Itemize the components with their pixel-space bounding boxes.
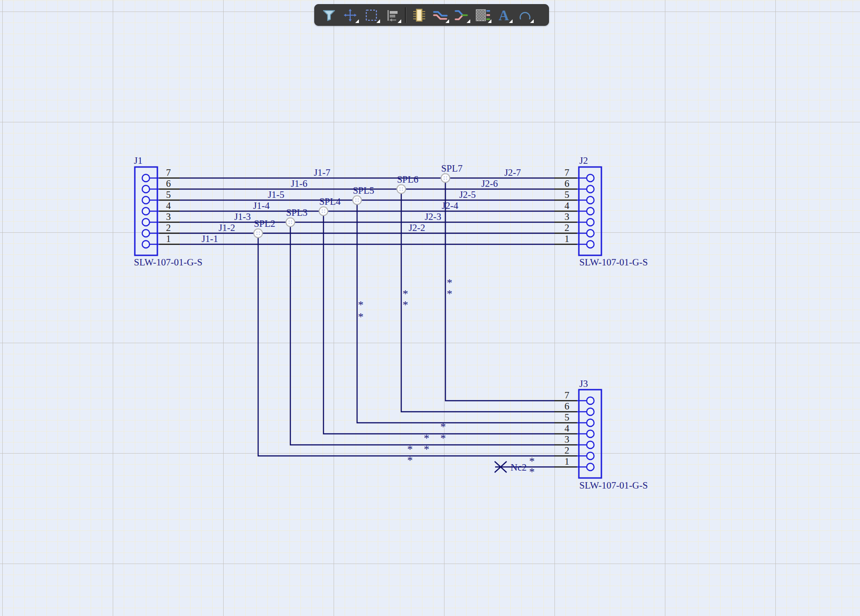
pin[interactable] (142, 219, 150, 226)
marquee-select-tool-button[interactable] (361, 6, 381, 24)
filter-tool-button[interactable] (318, 6, 339, 24)
wire-label[interactable]: J2-7 (504, 167, 521, 178)
app-window: J1 SLW-107-01-G-S 7 6 5 4 3 2 1 J2 SLW-1 (0, 0, 860, 616)
svg-text:4: 4 (565, 423, 570, 434)
pin[interactable] (587, 207, 594, 215)
arc-tool-button[interactable] (514, 6, 535, 24)
arc-icon (518, 8, 532, 23)
wire-label[interactable]: J1-1 (202, 233, 218, 244)
pin[interactable] (587, 452, 594, 460)
pin[interactable] (587, 230, 594, 237)
splice-spl6[interactable] (397, 185, 406, 194)
floating-toolbar: A (314, 4, 549, 26)
splice-label[interactable]: SPL7 (441, 163, 463, 174)
schematic-drawing: J1 SLW-107-01-G-S 7 6 5 4 3 2 1 J2 SLW-1 (0, 0, 860, 616)
pin[interactable] (587, 219, 594, 226)
pin[interactable] (587, 463, 594, 471)
splice-label[interactable]: SPL4 (319, 196, 341, 207)
pin[interactable] (142, 241, 150, 248)
connector-ref[interactable]: J2 (579, 155, 588, 166)
svg-text:3: 3 (565, 211, 570, 222)
svg-text:*: * (403, 288, 408, 299)
splice-spl4[interactable] (319, 207, 328, 216)
pin[interactable] (142, 185, 150, 193)
svg-text:5: 5 (565, 189, 570, 200)
move-tool-button[interactable] (340, 6, 360, 24)
svg-text:7: 7 (565, 390, 570, 401)
svg-text:*: * (529, 466, 535, 478)
svg-text:*: * (447, 276, 452, 288)
connector-part-number[interactable]: SLW-107-01-G-S (579, 480, 648, 491)
svg-text:6: 6 (565, 178, 570, 189)
splice-spl3[interactable] (286, 218, 295, 227)
pin[interactable] (587, 408, 594, 415)
wire-label[interactable]: J1-3 (234, 211, 251, 222)
pin-numbers: 7 6 5 4 3 2 1 (166, 167, 171, 244)
pin[interactable] (587, 441, 594, 449)
pin[interactable] (587, 430, 594, 438)
move-cross-icon (343, 8, 357, 22)
connector-part-number[interactable]: SLW-107-01-G-S (579, 257, 648, 268)
svg-text:6: 6 (166, 178, 171, 189)
svg-text:*: * (447, 288, 452, 299)
pin[interactable] (142, 207, 150, 215)
svg-text:*: * (440, 432, 446, 444)
chip-icon (412, 8, 427, 23)
svg-text:4: 4 (565, 200, 570, 211)
splice-spl5[interactable] (353, 196, 362, 205)
svg-text:*: * (424, 432, 429, 444)
pin[interactable] (587, 419, 594, 426)
svg-text:2: 2 (565, 445, 570, 456)
wire-label[interactable]: J2-2 (409, 222, 425, 233)
pin-numbers: 7 6 5 4 3 2 1 (565, 167, 570, 244)
no-connect-wire[interactable] (495, 461, 590, 472)
connector-part-number[interactable]: SLW-107-01-G-S (134, 257, 202, 268)
text-tool-button[interactable]: A (493, 6, 514, 24)
wire-label[interactable]: J1-5 (268, 189, 284, 200)
svg-text:*: * (403, 299, 408, 311)
wire-label[interactable]: J1-6 (291, 178, 307, 189)
svg-text:2: 2 (166, 222, 171, 233)
wire-label[interactable]: J2-5 (459, 189, 476, 200)
splice-spl7[interactable] (441, 174, 450, 183)
svg-text:1: 1 (166, 233, 171, 244)
pin[interactable] (587, 185, 594, 193)
wire-crossover-tool-button[interactable] (430, 6, 450, 24)
connector-ref[interactable]: J3 (579, 378, 588, 389)
splice-spl2[interactable] (254, 229, 263, 238)
wire-label[interactable]: J1-7 (314, 167, 330, 178)
hidden-attr-markers: * * * * * * * * * * * * * * (358, 276, 535, 478)
svg-text:A: A (498, 8, 509, 23)
svg-text:*: * (440, 420, 446, 432)
crossover-wires-icon (433, 8, 448, 23)
wire-label[interactable]: J2-6 (481, 178, 498, 189)
component-tool-button[interactable] (409, 6, 429, 24)
pin[interactable] (587, 397, 594, 404)
pin[interactable] (587, 241, 594, 248)
align-tool-button[interactable] (382, 6, 403, 24)
wire-label[interactable]: J2-3 (425, 211, 441, 222)
wire-label[interactable]: J2-4 (442, 200, 459, 211)
splice-label[interactable]: SPL2 (254, 218, 276, 229)
splice-label[interactable]: SPL6 (397, 174, 419, 185)
wire-label[interactable]: J1-4 (253, 200, 270, 211)
pin[interactable] (587, 174, 594, 182)
pin[interactable] (142, 196, 150, 204)
hatch-region-tool-button[interactable] (472, 6, 493, 24)
connector-j3[interactable]: J3 SLW-107-01-G-S 7 6 5 4 3 2 1 (565, 378, 648, 491)
svg-text:7: 7 (565, 167, 570, 178)
pin[interactable] (142, 230, 150, 237)
pin[interactable] (142, 174, 150, 182)
svg-text:7: 7 (166, 167, 171, 178)
wire-label[interactable]: J1-2 (219, 222, 235, 233)
splice-label[interactable]: SPL5 (353, 185, 375, 196)
wire-merge-tool-button[interactable] (451, 6, 472, 24)
svg-text:1: 1 (565, 233, 570, 244)
no-connect-label[interactable]: Nc2 (511, 462, 527, 473)
connector-ref[interactable]: J1 (134, 155, 143, 166)
splice-label[interactable]: SPL3 (286, 207, 308, 218)
hatched-box-icon (475, 8, 491, 23)
funnel-icon (322, 8, 336, 22)
pin[interactable] (587, 196, 594, 204)
schematic-canvas[interactable]: J1 SLW-107-01-G-S 7 6 5 4 3 2 1 J2 SLW-1 (0, 0, 860, 616)
